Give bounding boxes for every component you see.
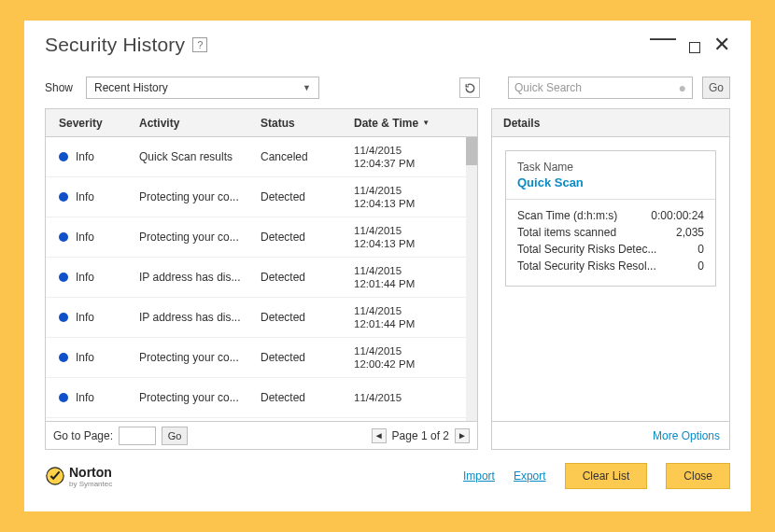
detail-value: 0:00:00:24 <box>651 209 704 222</box>
severity-dot-icon <box>59 152 68 161</box>
brand-sub: by Symantec <box>69 481 112 488</box>
grid-body: InfoQuick Scan resultsCanceled11/4/20151… <box>46 137 477 421</box>
scrollbar-track[interactable] <box>466 137 477 421</box>
clear-search-icon[interactable]: ● <box>679 80 686 95</box>
task-name-value: Quick Scan <box>517 175 704 189</box>
activity-value: Protecting your co... <box>139 391 261 404</box>
detail-label: Total Security Risks Resol... <box>517 259 656 273</box>
page-title: Security History <box>45 34 185 56</box>
table-row[interactable]: InfoProtecting your co...Detected11/4/20… <box>46 378 477 418</box>
goto-page-button[interactable]: Go <box>162 427 188 445</box>
table-row[interactable]: InfoProtecting your co...Detected11/4/20… <box>46 338 477 378</box>
task-name-label: Task Name <box>517 161 704 174</box>
brand-name: Norton <box>69 465 112 480</box>
activity-value: Protecting your co... <box>139 351 261 364</box>
titlebar: Security History ? — ✕ <box>24 21 751 69</box>
detail-value: 0 <box>698 259 704 273</box>
status-value: Detected <box>261 271 354 284</box>
window-controls: — ✕ <box>650 37 730 52</box>
table-row[interactable]: InfoProtecting your co...Detected11/4/20… <box>46 217 477 258</box>
severity-value: Info <box>76 150 94 163</box>
activity-value: IP address has dis... <box>139 271 261 284</box>
severity-dot-icon <box>59 393 68 402</box>
filter-row: Show Recent History ▼ Quick Search ● Go <box>24 69 751 108</box>
show-label: Show <box>45 81 73 94</box>
table-row[interactable]: InfoProtecting your co...Detected11/4/20… <box>46 177 477 217</box>
refresh-button[interactable] <box>459 77 480 98</box>
severity-value: Info <box>76 351 94 364</box>
footer: Norton by Symantec Import Export Clear L… <box>24 450 751 489</box>
goto-page-input[interactable] <box>119 427 156 445</box>
col-activity-header[interactable]: Activity <box>139 117 261 130</box>
severity-value: Info <box>76 271 94 284</box>
table-row[interactable]: InfoIP address has dis...Detected11/4/20… <box>46 298 477 338</box>
status-value: Canceled <box>261 150 354 163</box>
minimize-icon[interactable]: — <box>650 30 676 45</box>
scrollbar-thumb[interactable] <box>466 137 477 165</box>
activity-value: Protecting your co... <box>139 231 261 244</box>
table-row[interactable]: InfoQuick Scan resultsCanceled11/4/20151… <box>46 137 477 177</box>
detail-row: Total Security Risks Resol...0 <box>517 259 704 273</box>
search-go-button[interactable]: Go <box>702 77 730 99</box>
status-value: Detected <box>261 190 354 203</box>
security-history-window: Security History ? — ✕ Show Recent Histo… <box>24 21 751 511</box>
datetime-value: 11/4/201512:04:13 PM <box>354 184 477 211</box>
details-panel: Details Task Name Quick Scan Scan Time (… <box>491 108 730 422</box>
grid-header: Severity Activity Status Date & Time▼ <box>46 109 477 137</box>
status-value: Detected <box>261 311 354 324</box>
activity-value: IP address has dis... <box>139 311 261 324</box>
severity-dot-icon <box>59 353 68 362</box>
activity-value: Protecting your co... <box>139 190 261 203</box>
detail-row: Total items scanned2,035 <box>517 226 704 239</box>
detail-label: Total items scanned <box>517 226 616 239</box>
detail-label: Scan Time (d:h:m:s) <box>517 209 617 222</box>
import-link[interactable]: Import <box>463 469 495 483</box>
norton-logo: Norton by Symantec <box>45 464 112 488</box>
page-indicator: Page 1 of 2 <box>392 429 449 442</box>
col-status-header[interactable]: Status <box>261 117 354 130</box>
maximize-icon[interactable] <box>689 37 700 52</box>
pager: Go to Page: Go ◄ Page 1 of 2 ► <box>45 422 478 450</box>
severity-dot-icon <box>59 232 68 242</box>
help-icon[interactable]: ? <box>192 37 207 52</box>
severity-dot-icon <box>59 313 68 322</box>
col-severity-header[interactable]: Severity <box>46 117 139 130</box>
details-box: Task Name Quick Scan Scan Time (d:h:m:s)… <box>505 150 716 287</box>
detail-value: 0 <box>698 243 704 256</box>
datetime-value: 11/4/201512:04:13 PM <box>354 224 477 251</box>
chevron-down-icon: ▼ <box>303 83 311 92</box>
detail-value: 2,035 <box>676 226 704 239</box>
prev-page-button[interactable]: ◄ <box>372 428 387 443</box>
table-row[interactable]: InfoIP address has dis...Detected11/4/20… <box>46 258 477 298</box>
detail-row: Scan Time (d:h:m:s)0:00:00:24 <box>517 209 704 222</box>
export-link[interactable]: Export <box>514 469 546 483</box>
severity-dot-icon <box>59 192 68 202</box>
goto-page-label: Go to Page: <box>53 429 113 442</box>
severity-dot-icon <box>59 273 68 282</box>
detail-row: Total Security Risks Detec...0 <box>517 243 704 256</box>
history-filter-dropdown[interactable]: Recent History ▼ <box>86 77 319 99</box>
datetime-value: 11/4/201512:00:42 PM <box>354 344 477 371</box>
dropdown-value: Recent History <box>94 81 168 94</box>
more-options-link[interactable]: More Options <box>653 429 720 442</box>
clear-list-button[interactable]: Clear List <box>565 463 648 489</box>
next-page-button[interactable]: ► <box>455 428 470 443</box>
activity-value: Quick Scan results <box>139 150 261 163</box>
sort-desc-icon: ▼ <box>422 119 430 127</box>
detail-label: Total Security Risks Detec... <box>517 243 656 256</box>
datetime-value: 11/4/201512:01:44 PM <box>354 304 477 331</box>
severity-value: Info <box>76 311 94 324</box>
severity-value: Info <box>76 231 94 244</box>
status-value: Detected <box>261 351 354 364</box>
search-input[interactable]: Quick Search ● <box>508 77 693 99</box>
col-datetime-header[interactable]: Date & Time▼ <box>354 117 477 130</box>
more-options-row: More Options <box>491 422 730 450</box>
search-placeholder: Quick Search <box>514 81 582 94</box>
close-icon[interactable]: ✕ <box>713 37 730 52</box>
history-grid: Severity Activity Status Date & Time▼ In… <box>45 108 478 422</box>
datetime-value: 11/4/201512:04:37 PM <box>354 144 477 171</box>
severity-value: Info <box>76 190 94 203</box>
status-value: Detected <box>261 231 354 244</box>
close-button[interactable]: Close <box>666 463 730 489</box>
status-value: Detected <box>261 391 354 404</box>
